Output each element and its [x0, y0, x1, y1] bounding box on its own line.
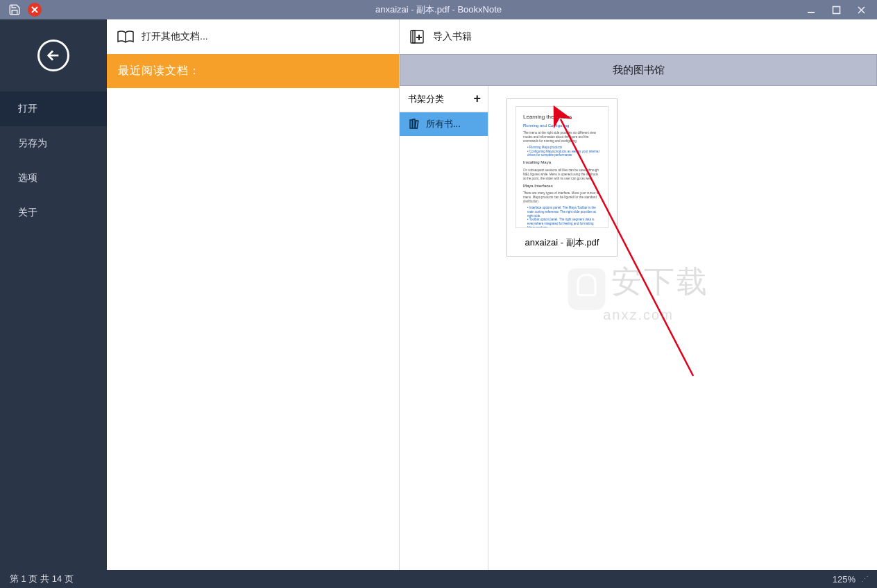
titlebar: anxaizai - 副本.pdf - BookxNote: [0, 0, 877, 19]
import-books[interactable]: 导入书籍: [400, 19, 877, 54]
sidebar-item-options[interactable]: 选项: [0, 161, 107, 196]
book-item[interactable]: Learning the Basics Running and Configur…: [506, 98, 618, 257]
book-filename: anxaizai - 副本.pdf: [522, 232, 602, 256]
sidebar-item-saveas[interactable]: 另存为: [0, 126, 107, 161]
svg-rect-5: [413, 31, 415, 43]
recent-section-title: 最近阅读文档：: [107, 54, 399, 88]
save-icon[interactable]: [8, 3, 21, 16]
book-open-icon: [117, 30, 135, 44]
svg-rect-10: [415, 121, 418, 128]
window-close-icon[interactable]: [855, 3, 867, 16]
page-info: 第 1 页 共 14 页: [10, 573, 74, 585]
shelf-item-label: 所有书...: [426, 118, 461, 130]
library-panel: 导入书籍 我的图书馆 书架分类 + 所有书...: [400, 19, 877, 570]
close-icon[interactable]: [28, 3, 42, 17]
svg-rect-1: [833, 6, 840, 13]
minimize-icon[interactable]: [805, 3, 817, 16]
resize-grip-icon[interactable]: ⋰: [861, 575, 867, 584]
sidebar-item-about[interactable]: 关于: [0, 196, 107, 230]
back-button[interactable]: [37, 40, 69, 71]
import-icon: [409, 29, 426, 44]
shelf-category-label: 书架分类: [408, 93, 444, 105]
sidebar-item-open[interactable]: 打开: [0, 92, 107, 126]
recent-docs-panel: 打开其他文档... 最近阅读文档：: [107, 19, 400, 570]
shelf-category-panel: 书架分类 + 所有书...: [400, 86, 488, 570]
sidebar-item-label: 另存为: [18, 137, 47, 150]
window-title: anxaizai - 副本.pdf - BookxNote: [375, 3, 502, 16]
svg-rect-8: [410, 120, 412, 128]
maximize-icon[interactable]: [830, 3, 842, 16]
sidebar-item-label: 关于: [18, 207, 37, 219]
library-title: 我的图书馆: [400, 54, 877, 86]
book-grid: Learning the Basics Running and Configur…: [488, 86, 877, 570]
import-label: 导入书籍: [433, 31, 472, 43]
sidebar-item-label: 选项: [18, 172, 37, 184]
add-category-button[interactable]: +: [473, 92, 481, 106]
recent-list: [107, 88, 399, 570]
book-thumbnail: Learning the Basics Running and Configur…: [516, 106, 608, 228]
open-other-doc[interactable]: 打开其他文档...: [107, 19, 399, 54]
books-icon: [409, 119, 422, 130]
sidebar-item-label: 打开: [18, 103, 37, 115]
open-other-label: 打开其他文档...: [142, 31, 208, 43]
shelf-item-all[interactable]: 所有书...: [400, 112, 488, 136]
sidebar: 打开 另存为 选项 关于: [0, 19, 107, 570]
zoom-level[interactable]: 125%: [833, 574, 855, 585]
statusbar: 第 1 页 共 14 页 125% ⋰: [0, 570, 877, 588]
svg-rect-9: [413, 119, 415, 128]
